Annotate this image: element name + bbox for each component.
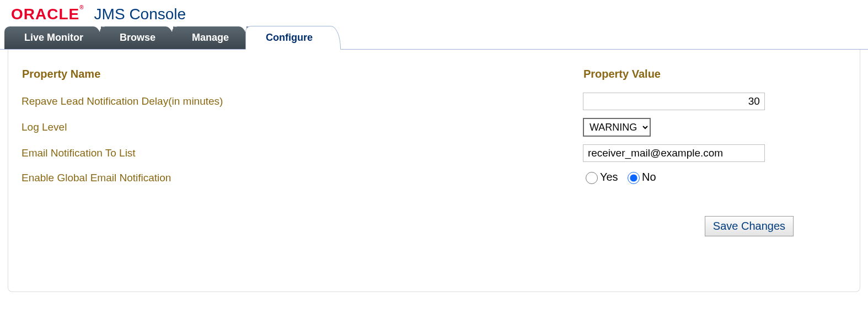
row-loglevel: Log Level WARNING — [22, 115, 846, 140]
header: ORACLE® JMS Console — [0, 0, 868, 26]
input-email-list[interactable] — [583, 144, 765, 162]
label-global-email: Enable Global Email Notification — [22, 166, 582, 190]
logo-text: ORACLE — [11, 6, 79, 23]
tab-bar: Live Monitor Browse Manage Configure — [0, 26, 868, 50]
input-delay[interactable] — [583, 93, 765, 110]
radio-yes-wrap[interactable]: Yes — [583, 170, 618, 184]
tab-live-monitor[interactable]: Live Monitor — [4, 26, 103, 49]
tab-browse[interactable]: Browse — [100, 26, 175, 49]
label-loglevel: Log Level — [22, 115, 582, 140]
property-header-row: Property Name Property Value — [22, 67, 846, 88]
row-global-email: Enable Global Email Notification Yes No — [22, 166, 846, 190]
radio-no-wrap[interactable]: No — [625, 170, 656, 184]
tab-manage[interactable]: Manage — [172, 26, 249, 49]
tab-configure[interactable]: Configure — [245, 26, 341, 50]
select-loglevel[interactable]: WARNING — [583, 118, 651, 137]
row-delay: Repave Lead Notification Delay(in minute… — [22, 89, 846, 114]
radio-no[interactable] — [628, 172, 640, 184]
app-title: JMS Console — [94, 6, 186, 23]
logo-trademark: ® — [79, 4, 84, 10]
row-email-list: Email Notification To List — [22, 141, 846, 165]
oracle-logo: ORACLE® — [11, 6, 84, 23]
header-property-value: Property Value — [583, 67, 846, 88]
content-panel: Property Name Property Value Repave Lead… — [8, 50, 860, 292]
header-property-name: Property Name — [22, 67, 582, 88]
label-delay: Repave Lead Notification Delay(in minute… — [22, 89, 582, 114]
radio-no-label: No — [642, 171, 656, 183]
property-table: Property Name Property Value Repave Lead… — [20, 66, 848, 191]
radio-yes[interactable] — [586, 172, 598, 184]
radio-yes-label: Yes — [600, 171, 618, 183]
save-button[interactable]: Save Changes — [705, 216, 794, 236]
label-email-list: Email Notification To List — [22, 141, 582, 165]
